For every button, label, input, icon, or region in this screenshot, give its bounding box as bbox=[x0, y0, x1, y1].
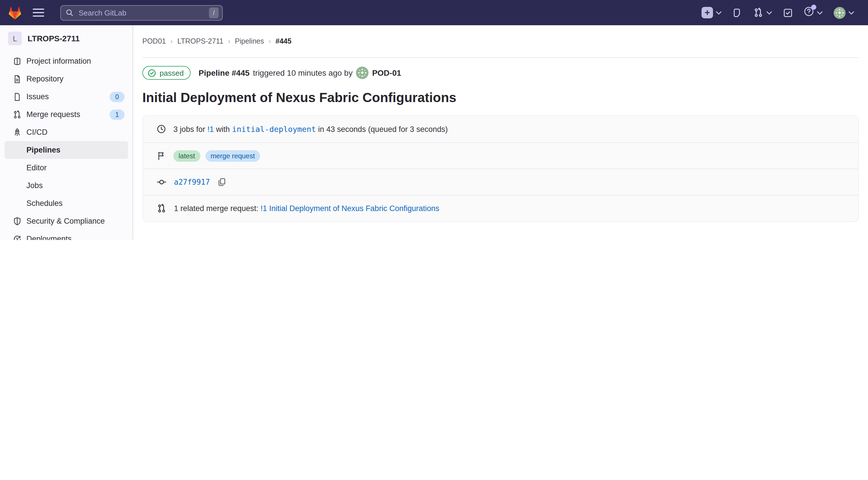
sidebar-item-security-compliance[interactable]: Security & Compliance bbox=[0, 212, 133, 230]
related-mr-text: 1 related merge request: !1 Initial Depl… bbox=[174, 204, 439, 213]
notification-dot bbox=[811, 5, 816, 10]
related-mr-link[interactable]: !1 Initial Deployment of Nexus Fabric Co… bbox=[260, 204, 439, 213]
mr-count-badge: 1 bbox=[110, 109, 125, 119]
project-info-icon bbox=[12, 57, 22, 66]
chevron-down-icon bbox=[848, 11, 854, 14]
sidebar-item-cicd[interactable]: CI/CD bbox=[0, 123, 133, 141]
shield-icon bbox=[12, 216, 22, 226]
author-name[interactable]: POD-01 bbox=[372, 68, 401, 77]
project-header[interactable]: L LTROPS-2711 bbox=[0, 25, 133, 51]
issues-icon bbox=[12, 92, 22, 101]
issues-icon bbox=[733, 8, 742, 18]
flag-icon bbox=[157, 151, 166, 160]
user-menu-button[interactable] bbox=[834, 7, 854, 19]
gitlab-pipeline-page: / + bbox=[0, 0, 868, 240]
sidebar-item-repository[interactable]: Repository bbox=[0, 70, 133, 88]
pipeline-trigger-info: Pipeline #445 triggered 10 minutes ago b… bbox=[198, 67, 401, 79]
pipeline-number: Pipeline #445 bbox=[198, 68, 249, 77]
menu-hamburger-icon[interactable] bbox=[33, 9, 44, 16]
commit-icon bbox=[157, 177, 166, 187]
clipboard-copy-icon bbox=[217, 178, 226, 186]
chevron-down-icon bbox=[817, 11, 823, 14]
user-avatar bbox=[834, 7, 846, 19]
sidebar-item-pipelines[interactable]: Pipelines bbox=[5, 141, 128, 159]
check-circle-icon bbox=[148, 69, 156, 77]
tab-pipeline[interactable]: Pipeline bbox=[143, 237, 185, 240]
latest-label: latest bbox=[174, 150, 200, 162]
sidebar-item-editor[interactable]: Editor bbox=[0, 159, 133, 177]
search-shortcut-key: / bbox=[209, 7, 219, 18]
sidebar-item-schedules[interactable]: Schedules bbox=[0, 195, 133, 212]
sidebar-item-project-information[interactable]: Project information bbox=[0, 52, 133, 70]
breadcrumb-pipeline-id: #445 bbox=[276, 37, 291, 45]
search-icon bbox=[65, 9, 73, 16]
main-content: POD01 › LTROPS-2711 › Pipelines › #445 p… bbox=[133, 25, 868, 240]
pipeline-labels-row: latest merge request bbox=[143, 142, 858, 169]
merge-request-icon bbox=[753, 7, 764, 18]
breadcrumb: POD01 › LTROPS-2711 › Pipelines › #445 bbox=[143, 25, 859, 58]
pipeline-details-box: 3 jobs for !1 with initial-deployment in… bbox=[143, 115, 859, 222]
top-navbar: / + bbox=[0, 0, 868, 25]
jobs-summary-row: 3 jobs for !1 with initial-deployment in… bbox=[143, 116, 858, 142]
clock-icon bbox=[157, 125, 166, 134]
project-name: LTROPS-2711 bbox=[28, 34, 80, 43]
help-menu-button[interactable] bbox=[804, 6, 823, 19]
breadcrumb-group[interactable]: POD01 bbox=[143, 37, 166, 45]
plus-icon: + bbox=[702, 7, 713, 19]
pipeline-status-row: passed Pipeline #445 triggered 10 minute… bbox=[143, 65, 859, 80]
breadcrumb-pipelines[interactable]: Pipelines bbox=[235, 37, 264, 45]
related-mr-row: 1 related merge request: !1 Initial Depl… bbox=[143, 195, 858, 221]
new-menu-button[interactable]: + bbox=[702, 7, 722, 19]
merge-request-label: merge request bbox=[205, 150, 260, 162]
merge-request-icon bbox=[12, 110, 22, 119]
merge-requests-nav-button[interactable] bbox=[753, 7, 772, 18]
copy-commit-button[interactable] bbox=[217, 178, 226, 186]
chevron-down-icon bbox=[766, 11, 772, 14]
pipeline-tabs: Pipeline Needs Jobs 3 Tests 0 bbox=[143, 237, 859, 240]
merge-request-icon bbox=[157, 204, 166, 213]
tab-needs[interactable]: Needs bbox=[193, 237, 227, 240]
issues-nav-button[interactable] bbox=[733, 8, 742, 18]
sidebar-nav: Project information Repository Issues 0 … bbox=[0, 52, 133, 240]
rocket-icon bbox=[12, 128, 22, 137]
project-avatar: L bbox=[8, 32, 22, 45]
commit-row: a27f9917 bbox=[143, 169, 858, 195]
tab-jobs[interactable]: Jobs 3 bbox=[235, 237, 280, 240]
search-input[interactable] bbox=[78, 8, 205, 18]
tab-tests[interactable]: Tests 0 bbox=[288, 237, 335, 240]
author-avatar[interactable] bbox=[356, 67, 369, 79]
sidebar-item-merge-requests[interactable]: Merge requests 1 bbox=[0, 105, 133, 123]
mr-ref-link[interactable]: !1 bbox=[208, 125, 214, 134]
project-sidebar: L LTROPS-2711 Project information Reposi… bbox=[0, 25, 133, 240]
sidebar-item-deployments[interactable]: Deployments bbox=[0, 230, 133, 240]
pipeline-status-badge[interactable]: passed bbox=[143, 66, 191, 80]
commit-sha-link[interactable]: a27f9917 bbox=[174, 178, 210, 186]
sidebar-item-jobs[interactable]: Jobs bbox=[0, 177, 133, 195]
repository-icon bbox=[12, 74, 22, 83]
todos-nav-button[interactable] bbox=[783, 8, 793, 18]
deployments-icon bbox=[12, 234, 22, 240]
chevron-down-icon bbox=[716, 11, 722, 14]
issues-count-badge: 0 bbox=[110, 92, 125, 102]
page-title: Initial Deployment of Nexus Fabric Confi… bbox=[143, 90, 859, 105]
todo-check-icon bbox=[783, 8, 793, 18]
gitlab-logo-icon[interactable] bbox=[7, 5, 22, 20]
breadcrumb-project[interactable]: LTROPS-2711 bbox=[177, 37, 223, 45]
sidebar-item-issues[interactable]: Issues 0 bbox=[0, 88, 133, 105]
branch-ref-link[interactable]: initial-deployment bbox=[232, 125, 316, 134]
global-search[interactable]: / bbox=[60, 5, 223, 20]
jobs-summary-text: 3 jobs for !1 with initial-deployment in… bbox=[174, 125, 448, 134]
